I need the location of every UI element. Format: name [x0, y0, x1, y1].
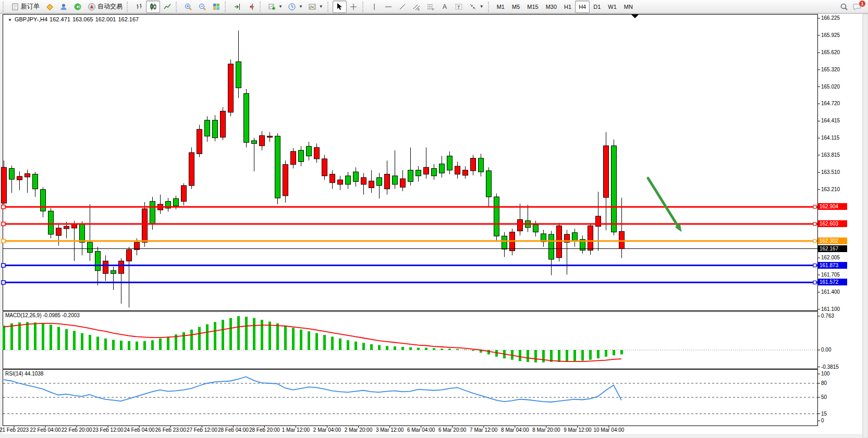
candle-body [479, 158, 484, 172]
candle-body [612, 146, 617, 232]
candle-body [486, 171, 492, 197]
candle-body [80, 224, 85, 242]
current-price-label: 162.167 [818, 245, 847, 252]
price-tick-162.005: 162.005 [821, 255, 852, 260]
price-tick-164.115: 164.115 [821, 135, 852, 141]
candle-body [385, 174, 390, 189]
candle-body [307, 146, 312, 156]
rsi-value: 44.1038 [25, 371, 43, 377]
rsi-tick-80: 80 [821, 380, 852, 386]
line-handle[interactable] [2, 222, 5, 226]
price-tick-165.020: 165.020 [821, 84, 852, 90]
high-value: 163.065 [72, 16, 93, 22]
macd-label: MACD(12,26,9) -0.0985 -0.2003 [5, 312, 80, 318]
rsi-tick-15: 15 [821, 411, 852, 417]
candle-body [119, 261, 124, 273]
line-handle[interactable] [813, 281, 816, 284]
price-line-label-162.904: 162.904 [818, 203, 847, 210]
line-handle[interactable] [813, 222, 816, 226]
candle-body [377, 178, 382, 185]
macd-pane[interactable] [3, 311, 818, 369]
collapse-icon[interactable]: ▼ [8, 18, 12, 22]
candle-body [432, 168, 437, 176]
line-handle[interactable] [813, 205, 816, 208]
price-tick-165.320: 165.320 [821, 67, 852, 72]
candle-body [361, 178, 366, 184]
candle-body [338, 180, 343, 184]
chart-ohlc-title: ▼GBPJPY-,H4162.471163.065162.001162.167 [8, 16, 141, 22]
candle-body [353, 172, 359, 182]
price-line-label-162.302: 162.302 [818, 237, 847, 244]
candle-body [33, 174, 38, 189]
macd-tick-0.763: 0.763 [821, 313, 852, 319]
chart-canvas[interactable] [0, 0, 868, 438]
price-line-label-161.572: 161.572 [818, 279, 847, 285]
line-handle[interactable] [2, 281, 5, 284]
line-handle[interactable] [813, 264, 816, 267]
line-handle[interactable] [2, 264, 5, 267]
candle-body [25, 173, 30, 177]
candle-body [291, 152, 296, 165]
candle-body [463, 170, 468, 176]
candle-body [197, 129, 202, 154]
rsi-label: RSI(14) 44.1038 [5, 371, 43, 377]
price-tick-166.225: 166.225 [821, 15, 852, 21]
line-handle[interactable] [813, 240, 816, 243]
candle-body [533, 224, 539, 232]
candle-body [424, 167, 429, 174]
candle-body [9, 168, 15, 179]
price-line-label-162.603: 162.603 [818, 220, 847, 227]
candle-body [408, 170, 413, 182]
price-tick-165.925: 165.925 [821, 32, 852, 38]
candle-body [95, 252, 101, 271]
candle-body [260, 135, 265, 146]
candle-body [17, 177, 22, 180]
line-handle[interactable] [2, 239, 5, 243]
candle-body [103, 261, 108, 273]
close-value: 162.167 [118, 16, 139, 22]
candle-body [471, 158, 476, 171]
price-tick-163.210: 163.210 [821, 186, 852, 192]
candle-body [174, 198, 179, 206]
candle-body [346, 176, 351, 184]
candle-body [314, 147, 320, 159]
candle-body [205, 120, 210, 136]
price-tick-161.705: 161.705 [821, 272, 852, 278]
macd-tick--0.3815: -0.3815 [821, 364, 852, 370]
price-tick-164.415: 164.415 [821, 118, 852, 123]
candle-body [56, 228, 62, 235]
candle-body [88, 242, 93, 253]
price-line-label-161.873: 161.873 [818, 262, 847, 269]
symbol-period: GBPJPY-,H4 [15, 16, 47, 22]
rsi-tick-100: 100 [821, 371, 852, 377]
candle-body [150, 202, 155, 224]
candle-body [330, 174, 335, 182]
candle-body [619, 231, 625, 248]
candle-body [322, 159, 327, 176]
price-tick-163.815: 163.815 [821, 152, 852, 158]
candle-body [267, 136, 273, 137]
candle-body [236, 62, 241, 88]
price-tick-161.100: 161.100 [821, 306, 852, 312]
candle-body [447, 156, 453, 170]
candle-body [41, 190, 46, 211]
date-label[interactable]: 10 Mar 04:00 [585, 427, 632, 433]
line-handle[interactable] [2, 205, 5, 209]
candle-body [283, 165, 288, 196]
price-tick-164.720: 164.720 [821, 101, 852, 106]
candle-body [228, 64, 234, 112]
candle-body [518, 220, 523, 231]
low-value: 162.001 [95, 16, 116, 22]
candle-body [549, 234, 554, 259]
candle-body [111, 271, 116, 273]
macd-tick-0.00: 0.00 [821, 347, 852, 353]
candle-body [588, 226, 593, 251]
candle-body [572, 233, 578, 241]
candle-body [502, 236, 507, 249]
macd-main-value: -0.0985 [43, 312, 60, 318]
rsi-tick-50: 50 [821, 394, 852, 400]
candle-body [275, 136, 280, 198]
candle-body [48, 211, 54, 234]
candle-body [596, 216, 601, 227]
price-tick-165.620: 165.620 [821, 49, 852, 55]
